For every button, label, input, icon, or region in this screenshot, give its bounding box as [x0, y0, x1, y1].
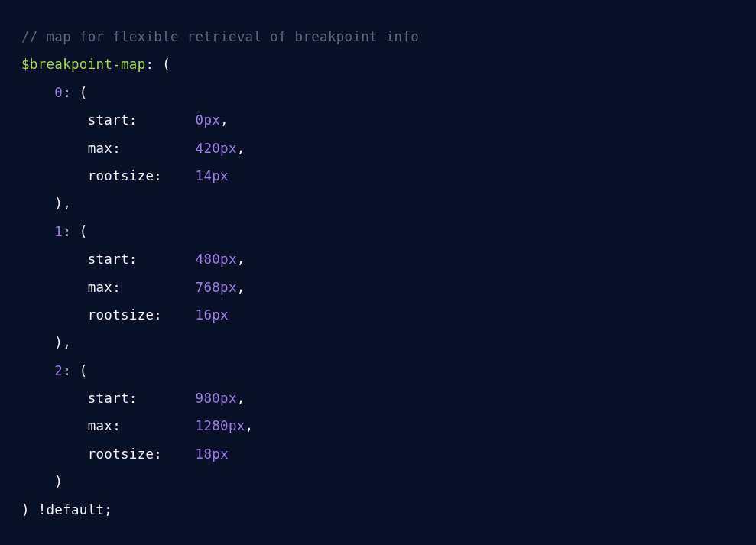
code-value: 18px: [196, 446, 229, 462]
code-key-1: 1: [54, 224, 63, 239]
code-comma: ,: [237, 251, 245, 267]
code-prop-label: max:: [88, 280, 121, 295]
code-prop-label: start:: [88, 112, 138, 128]
code-comma: ,: [237, 391, 245, 406]
code-prop-label: max:: [88, 418, 121, 433]
code-prop-label: rootsize:: [88, 307, 163, 323]
code-value: 480px: [196, 251, 237, 267]
code-punct: : (: [63, 363, 88, 378]
code-key-2: 2: [54, 363, 63, 378]
code-value: 420px: [196, 141, 237, 156]
code-comment: // map for flexible retrieval of breakpo…: [21, 29, 419, 44]
code-comma: ,: [237, 280, 245, 295]
code-prop-label: rootsize:: [88, 446, 163, 462]
code-block: // map for flexible retrieval of breakpo…: [0, 0, 756, 545]
code-close: ),: [54, 196, 71, 211]
code-close: ),: [54, 335, 71, 350]
code-key-0: 0: [54, 85, 63, 100]
code-comma: ,: [245, 418, 254, 433]
code-close: ): [54, 474, 63, 489]
code-comma: ,: [220, 112, 229, 128]
code-prop-label: start:: [88, 251, 138, 267]
code-value: 16px: [196, 307, 229, 323]
code-variable: $breakpoint-map: [21, 57, 146, 72]
code-prop-label: start:: [88, 391, 138, 406]
code-value: 768px: [196, 280, 237, 295]
code-value: 980px: [196, 391, 237, 406]
code-value: 1280px: [196, 418, 245, 433]
code-punct: : (: [63, 85, 88, 100]
code-value: 14px: [196, 168, 229, 183]
code-punct: : (: [63, 224, 88, 239]
code-punct: : (: [146, 57, 171, 72]
code-comma: ,: [237, 141, 245, 156]
code-prop-label: max:: [88, 141, 121, 156]
code-close-default: ) !default;: [21, 502, 112, 517]
code-value: 0px: [196, 112, 221, 128]
code-prop-label: rootsize:: [88, 168, 163, 183]
